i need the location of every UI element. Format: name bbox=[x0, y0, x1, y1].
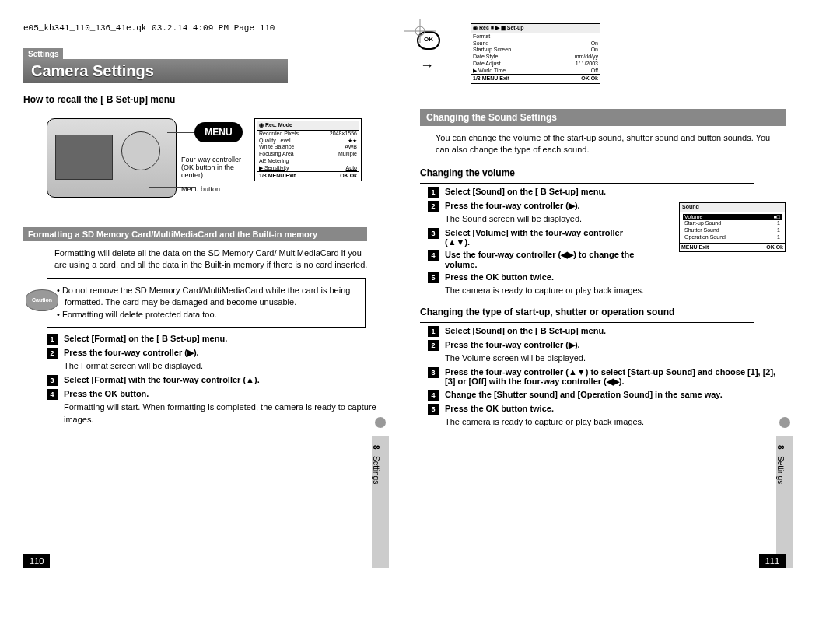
volume-subhead: Changing the volume bbox=[420, 167, 786, 178]
camera-illustration bbox=[47, 118, 177, 198]
format-text: Formatting will delete all the data on t… bbox=[54, 247, 373, 272]
step-4-after: Formatting will start. When formatting i… bbox=[64, 401, 389, 426]
step-2-after: The Format screen will be displayed. bbox=[64, 360, 389, 372]
lcd-rec-mode: ◉ Rec. Mode Recorded Pixels2048×1556 Qua… bbox=[254, 118, 362, 181]
breadcrumb: Settings bbox=[23, 48, 63, 60]
page-right: OK → ◉ Rec ■ ▶ ䷀ Set-up Format SoundOn S… bbox=[404, 23, 786, 568]
crop-mark-icon bbox=[404, 19, 436, 43]
divider bbox=[23, 110, 358, 110]
page-number-left: 110 bbox=[23, 554, 50, 568]
type-step-1: 1Select [Sound] on the [ B Set-up] menu. bbox=[428, 326, 786, 337]
lcd-setup: ◉ Rec ■ ▶ ䷀ Set-up Format SoundOn Start-… bbox=[471, 23, 600, 84]
fig-caption-controller: Four-way controller (OK button in the ce… bbox=[181, 156, 255, 179]
type-subhead: Changing the type of start-up, shutter o… bbox=[420, 307, 786, 317]
caution-box: Caution • Do not remove the SD Memory Ca… bbox=[47, 278, 366, 328]
step-3: 3Select [Format] with the four-way contr… bbox=[47, 375, 389, 386]
sound-intro: You can change the volume of the start-u… bbox=[436, 132, 778, 156]
divider bbox=[420, 183, 754, 184]
type-step-2: 2Press the four-way controller (▶). bbox=[428, 340, 786, 351]
sound-heading: Changing the Sound Settings bbox=[420, 109, 786, 126]
format-heading: Formatting a SD Memory Card/MultiMediaCa… bbox=[23, 227, 367, 241]
vol-step-3: 3Select [Volume] with the four-way contr… bbox=[428, 228, 646, 247]
vol-step-5-after: The camera is ready to capture or play b… bbox=[445, 285, 786, 296]
menu-button-pill: MENU bbox=[194, 122, 243, 142]
step-4: 4Press the OK button. bbox=[47, 389, 389, 400]
arrow-right-icon: → bbox=[420, 58, 434, 74]
vol-step-5: 5Press the OK button twice. bbox=[428, 272, 646, 283]
recall-heading: How to recall the [ B Set-up] menu bbox=[23, 94, 389, 105]
type-step-3: 3Press the four-way controller (▲▼) to s… bbox=[428, 367, 786, 387]
caution-bullet-2: • Formatting will delete protected data … bbox=[65, 309, 357, 321]
page-number-right: 111 bbox=[759, 554, 786, 568]
caution-bullet-1: • Do not remove the SD Memory Card/Multi… bbox=[65, 285, 357, 309]
tab-dot-icon bbox=[779, 417, 790, 428]
fig-caption-menu: Menu button bbox=[181, 185, 220, 193]
page-title: Camera Settings bbox=[23, 59, 288, 83]
camera-figure: MENU Four-way controller (OK button in t… bbox=[47, 118, 389, 219]
type-step-2-after: The Volume screen will be displayed. bbox=[445, 352, 786, 364]
vol-step-4: 4Use the four-way controller (◀▶) to cha… bbox=[428, 250, 646, 269]
vol-step-2-after: The Sound screen will be displayed. bbox=[445, 213, 646, 225]
step-1: 1Select [Format] on the [ B Set-up] menu… bbox=[47, 334, 389, 345]
file-header: e05_kb341_110_136_41e.qk 03.2.14 4:09 PM… bbox=[23, 23, 389, 33]
type-step-5: 5Press the OK button twice. bbox=[428, 404, 786, 415]
type-step-4: 4Change the [Shutter sound] and [Operati… bbox=[428, 390, 786, 401]
divider bbox=[420, 322, 754, 323]
tab-dot-icon bbox=[375, 417, 386, 428]
page-left: e05_kb341_110_136_41e.qk 03.2.14 4:09 PM… bbox=[23, 23, 404, 568]
lcd-sound: Sound Volume■□ Start-up Sound1 Shutter S… bbox=[679, 202, 786, 253]
type-step-5-after: The camera is ready to capture or play b… bbox=[445, 416, 786, 428]
thumb-tab-right: 8 Settings bbox=[776, 436, 793, 568]
caution-icon: Caution bbox=[26, 289, 58, 311]
vol-step-2: 2Press the four-way controller (▶). bbox=[428, 201, 646, 212]
ok-figure: OK → ◉ Rec ■ ▶ ䷀ Set-up Format SoundOn S… bbox=[420, 23, 786, 101]
thumb-tab-left: 8 Settings bbox=[372, 436, 389, 568]
vol-step-1: 1Select [Sound] on the [ B Set-up] menu. bbox=[428, 187, 646, 198]
step-2: 2Press the four-way controller (▶). bbox=[47, 348, 389, 359]
